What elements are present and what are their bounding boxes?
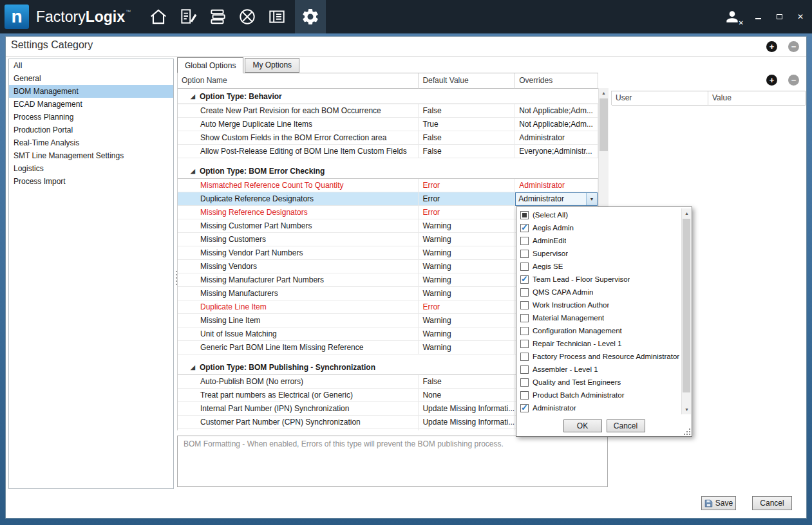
sidebar-item-bom-management[interactable]: BOM Management bbox=[9, 85, 173, 98]
checkbox-unchecked[interactable] bbox=[520, 288, 529, 297]
option-default-value: Update Missing Informati... bbox=[419, 402, 515, 416]
sidebar-item-logistics[interactable]: Logistics bbox=[9, 162, 173, 175]
role-option[interactable]: Assembler - Level 1 bbox=[517, 363, 681, 376]
library-icon[interactable] bbox=[206, 0, 229, 33]
checkbox-unchecked[interactable] bbox=[520, 314, 529, 322]
settings-icon[interactable] bbox=[295, 0, 326, 33]
sidebar-item-ecad-management[interactable]: ECAD Management bbox=[9, 98, 173, 111]
role-option[interactable]: QMS CAPA Admin bbox=[517, 286, 681, 299]
role-option[interactable]: Product Batch Administrator bbox=[517, 389, 681, 401]
titlebar-controls: ✕ ✕ bbox=[722, 0, 806, 33]
checkbox-unchecked[interactable] bbox=[520, 378, 529, 387]
option-row[interactable]: Allow Post-Release Editing of BOM Line I… bbox=[178, 145, 598, 158]
option-default-value: Error bbox=[419, 206, 515, 219]
role-option[interactable]: Supervisor bbox=[517, 247, 681, 260]
role-option[interactable]: ✓Administrator bbox=[517, 401, 681, 414]
checkbox-unchecked[interactable] bbox=[520, 262, 529, 271]
close-button[interactable]: ✕ bbox=[795, 12, 806, 22]
option-row[interactable]: Show Custom Fields in the BOM Error Corr… bbox=[178, 131, 598, 145]
scroll-thumb[interactable] bbox=[600, 98, 608, 151]
checkbox-unchecked[interactable] bbox=[520, 353, 529, 361]
checkbox-checked[interactable]: ✓ bbox=[520, 404, 529, 412]
option-row[interactable]: Mismatched Reference Count To QuantityEr… bbox=[178, 179, 598, 192]
popup-ok-button[interactable]: OK bbox=[563, 419, 602, 432]
sidebar-item-real-time-analysis[interactable]: Real-Time Analysis bbox=[9, 136, 173, 149]
checkbox-unchecked[interactable] bbox=[520, 391, 529, 400]
checkbox-checked[interactable]: ✓ bbox=[520, 224, 529, 232]
collapse-icon[interactable]: ◢ bbox=[191, 364, 195, 371]
minimize-button[interactable] bbox=[753, 12, 763, 22]
sidebar-item-general[interactable]: General bbox=[9, 72, 173, 85]
option-row[interactable]: Duplicate Reference DesignatorsErrorAdmi… bbox=[178, 192, 598, 206]
column-header-overrides[interactable]: Overrides bbox=[515, 73, 598, 89]
remove-category-button[interactable]: − bbox=[788, 41, 799, 52]
column-header-option-name[interactable]: Option Name bbox=[178, 73, 419, 89]
role-option-label: Work Instruction Author bbox=[533, 301, 609, 309]
checkbox-indeterminate[interactable] bbox=[520, 211, 529, 219]
role-option[interactable]: Factory Process and Resource Administrat… bbox=[517, 350, 681, 363]
combo-dropdown-button[interactable]: ▼ bbox=[586, 193, 597, 205]
group-header[interactable]: ◢Option Type: BOM Error Checking bbox=[178, 163, 598, 179]
popup-cancel-button[interactable]: Cancel bbox=[607, 419, 645, 432]
option-row[interactable]: Create New Part Revision for each BOM Oc… bbox=[178, 104, 598, 118]
scroll-up-arrow[interactable]: ▲ bbox=[599, 88, 609, 98]
option-name: Allow Post-Release Editing of BOM Line I… bbox=[178, 145, 419, 158]
add-override-button[interactable]: + bbox=[766, 75, 777, 86]
role-option[interactable]: Work Instruction Author bbox=[517, 299, 681, 311]
sidebar-item-all[interactable]: All bbox=[9, 59, 173, 72]
popup-scroll-up-arrow[interactable]: ▲ bbox=[682, 208, 692, 218]
titlebar: n FactoryLogix™ bbox=[0, 0, 812, 33]
restore-button[interactable] bbox=[774, 12, 784, 22]
sidebar-item-production-portal[interactable]: Production Portal bbox=[9, 124, 173, 136]
add-category-button[interactable]: + bbox=[766, 41, 777, 52]
role-option[interactable]: ✓Team Lead - Floor Supervisor bbox=[517, 273, 681, 286]
option-default-value: False bbox=[419, 131, 515, 145]
cancel-button[interactable]: Cancel bbox=[752, 496, 792, 510]
role-option[interactable]: Configuration Management bbox=[517, 324, 681, 337]
role-option[interactable]: ✓Aegis Admin bbox=[517, 221, 681, 234]
checkbox-unchecked[interactable] bbox=[520, 340, 529, 348]
resize-grip-icon[interactable] bbox=[684, 428, 690, 435]
sidebar-item-process-import[interactable]: Process Import bbox=[9, 175, 173, 188]
popup-scroll-down-arrow[interactable]: ▼ bbox=[682, 405, 692, 414]
role-option[interactable]: Aegis SE bbox=[517, 260, 681, 273]
sidebar-item-smt-line-management-settings[interactable]: SMT Line Management Settings bbox=[9, 149, 173, 162]
popup-scroll-thumb[interactable] bbox=[683, 219, 690, 392]
popup-scrollbar[interactable]: ▲ ▼ bbox=[681, 208, 691, 414]
tab-global-options[interactable]: Global Options bbox=[177, 57, 243, 73]
production-icon[interactable] bbox=[236, 0, 259, 33]
home-icon[interactable] bbox=[147, 0, 170, 33]
option-default-value: Warning bbox=[419, 314, 515, 327]
option-row[interactable]: Auto Merge Duplicate Line ItemsTrueNot A… bbox=[178, 118, 598, 131]
remove-override-button[interactable]: − bbox=[788, 75, 799, 86]
checkbox-unchecked[interactable] bbox=[520, 237, 529, 245]
group-header[interactable]: ◢Option Type: Behavior bbox=[178, 89, 598, 104]
main-nav bbox=[147, 0, 326, 33]
checkbox-unchecked[interactable] bbox=[520, 327, 529, 335]
sidebar-item-process-planning[interactable]: Process Planning bbox=[9, 111, 173, 124]
overrides-combobox[interactable]: Administrator▼ bbox=[515, 192, 598, 206]
reports-icon[interactable] bbox=[265, 0, 288, 33]
save-label: Save bbox=[715, 499, 733, 508]
option-default-value: Warning bbox=[419, 219, 515, 233]
checkbox-unchecked[interactable] bbox=[520, 365, 529, 374]
option-name: Show Custom Fields in the BOM Error Corr… bbox=[178, 131, 419, 145]
role-option[interactable]: AdminEdit bbox=[517, 234, 681, 247]
checkbox-unchecked[interactable] bbox=[520, 250, 529, 258]
save-button[interactable]: Save bbox=[701, 496, 736, 510]
role-option[interactable]: Repair Technician - Level 1 bbox=[517, 337, 681, 350]
collapse-icon[interactable]: ◢ bbox=[191, 93, 195, 100]
collapse-icon[interactable]: ◢ bbox=[191, 168, 195, 174]
tab-my-options[interactable]: My Options bbox=[245, 58, 299, 73]
role-option[interactable]: Quality and Test Engineers bbox=[517, 376, 681, 389]
column-header-value[interactable]: Value bbox=[708, 91, 806, 106]
role-option[interactable]: Material Management bbox=[517, 311, 681, 324]
process-definition-icon[interactable] bbox=[176, 0, 200, 33]
column-header-default-value[interactable]: Default Value bbox=[419, 73, 515, 89]
logout-user-icon[interactable]: ✕ bbox=[722, 7, 742, 26]
checkbox-checked[interactable]: ✓ bbox=[520, 275, 529, 284]
column-header-user[interactable]: User bbox=[612, 91, 708, 106]
role-option[interactable]: (Select All) bbox=[517, 208, 681, 221]
app-logo[interactable]: n bbox=[5, 5, 29, 29]
checkbox-unchecked[interactable] bbox=[520, 301, 529, 309]
